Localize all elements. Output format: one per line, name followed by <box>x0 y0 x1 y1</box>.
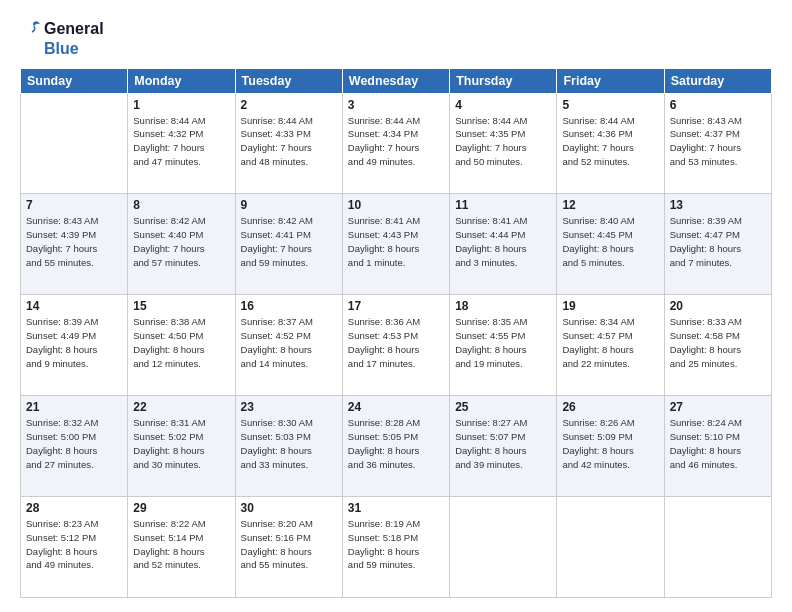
day-number: 27 <box>670 400 766 414</box>
day-number: 1 <box>133 98 229 112</box>
day-info: Sunrise: 8:40 AM Sunset: 4:45 PM Dayligh… <box>562 214 658 269</box>
day-info: Sunrise: 8:44 AM Sunset: 4:32 PM Dayligh… <box>133 114 229 169</box>
header: General Blue <box>20 18 772 58</box>
day-number: 4 <box>455 98 551 112</box>
day-number: 23 <box>241 400 337 414</box>
calendar-table: SundayMondayTuesdayWednesdayThursdayFrid… <box>20 68 772 598</box>
day-info: Sunrise: 8:42 AM Sunset: 4:40 PM Dayligh… <box>133 214 229 269</box>
day-number: 31 <box>348 501 444 515</box>
logo-bird-icon <box>20 18 42 40</box>
calendar-cell: 15Sunrise: 8:38 AM Sunset: 4:50 PM Dayli… <box>128 295 235 396</box>
day-number: 7 <box>26 198 122 212</box>
day-info: Sunrise: 8:34 AM Sunset: 4:57 PM Dayligh… <box>562 315 658 370</box>
calendar-cell: 10Sunrise: 8:41 AM Sunset: 4:43 PM Dayli… <box>342 194 449 295</box>
day-number: 20 <box>670 299 766 313</box>
logo: General Blue <box>20 18 104 58</box>
calendar-cell: 21Sunrise: 8:32 AM Sunset: 5:00 PM Dayli… <box>21 396 128 497</box>
calendar-cell: 1Sunrise: 8:44 AM Sunset: 4:32 PM Daylig… <box>128 93 235 194</box>
calendar-cell: 24Sunrise: 8:28 AM Sunset: 5:05 PM Dayli… <box>342 396 449 497</box>
day-info: Sunrise: 8:41 AM Sunset: 4:44 PM Dayligh… <box>455 214 551 269</box>
day-info: Sunrise: 8:39 AM Sunset: 4:49 PM Dayligh… <box>26 315 122 370</box>
calendar-cell: 16Sunrise: 8:37 AM Sunset: 4:52 PM Dayli… <box>235 295 342 396</box>
calendar-cell: 4Sunrise: 8:44 AM Sunset: 4:35 PM Daylig… <box>450 93 557 194</box>
calendar-cell: 26Sunrise: 8:26 AM Sunset: 5:09 PM Dayli… <box>557 396 664 497</box>
day-info: Sunrise: 8:22 AM Sunset: 5:14 PM Dayligh… <box>133 517 229 572</box>
calendar-cell: 8Sunrise: 8:42 AM Sunset: 4:40 PM Daylig… <box>128 194 235 295</box>
day-number: 15 <box>133 299 229 313</box>
day-info: Sunrise: 8:33 AM Sunset: 4:58 PM Dayligh… <box>670 315 766 370</box>
header-day-monday: Monday <box>128 68 235 93</box>
day-number: 25 <box>455 400 551 414</box>
calendar-cell: 3Sunrise: 8:44 AM Sunset: 4:34 PM Daylig… <box>342 93 449 194</box>
week-row-4: 28Sunrise: 8:23 AM Sunset: 5:12 PM Dayli… <box>21 497 772 598</box>
day-number: 14 <box>26 299 122 313</box>
day-number: 24 <box>348 400 444 414</box>
day-info: Sunrise: 8:35 AM Sunset: 4:55 PM Dayligh… <box>455 315 551 370</box>
day-number: 12 <box>562 198 658 212</box>
day-number: 10 <box>348 198 444 212</box>
day-info: Sunrise: 8:26 AM Sunset: 5:09 PM Dayligh… <box>562 416 658 471</box>
calendar-cell: 11Sunrise: 8:41 AM Sunset: 4:44 PM Dayli… <box>450 194 557 295</box>
day-number: 5 <box>562 98 658 112</box>
day-number: 30 <box>241 501 337 515</box>
calendar-cell: 2Sunrise: 8:44 AM Sunset: 4:33 PM Daylig… <box>235 93 342 194</box>
day-number: 22 <box>133 400 229 414</box>
calendar-cell: 9Sunrise: 8:42 AM Sunset: 4:41 PM Daylig… <box>235 194 342 295</box>
day-info: Sunrise: 8:37 AM Sunset: 4:52 PM Dayligh… <box>241 315 337 370</box>
day-number: 6 <box>670 98 766 112</box>
calendar-cell: 17Sunrise: 8:36 AM Sunset: 4:53 PM Dayli… <box>342 295 449 396</box>
week-row-0: 1Sunrise: 8:44 AM Sunset: 4:32 PM Daylig… <box>21 93 772 194</box>
header-day-tuesday: Tuesday <box>235 68 342 93</box>
day-number: 18 <box>455 299 551 313</box>
day-number: 17 <box>348 299 444 313</box>
calendar-cell: 20Sunrise: 8:33 AM Sunset: 4:58 PM Dayli… <box>664 295 771 396</box>
calendar-cell: 12Sunrise: 8:40 AM Sunset: 4:45 PM Dayli… <box>557 194 664 295</box>
header-day-saturday: Saturday <box>664 68 771 93</box>
day-info: Sunrise: 8:38 AM Sunset: 4:50 PM Dayligh… <box>133 315 229 370</box>
day-info: Sunrise: 8:44 AM Sunset: 4:35 PM Dayligh… <box>455 114 551 169</box>
calendar-cell <box>664 497 771 598</box>
day-number: 26 <box>562 400 658 414</box>
calendar-cell: 22Sunrise: 8:31 AM Sunset: 5:02 PM Dayli… <box>128 396 235 497</box>
logo-text-block: General Blue <box>20 18 104 58</box>
calendar-cell: 31Sunrise: 8:19 AM Sunset: 5:18 PM Dayli… <box>342 497 449 598</box>
day-info: Sunrise: 8:43 AM Sunset: 4:37 PM Dayligh… <box>670 114 766 169</box>
header-day-friday: Friday <box>557 68 664 93</box>
day-info: Sunrise: 8:44 AM Sunset: 4:36 PM Dayligh… <box>562 114 658 169</box>
day-number: 11 <box>455 198 551 212</box>
header-day-sunday: Sunday <box>21 68 128 93</box>
day-info: Sunrise: 8:36 AM Sunset: 4:53 PM Dayligh… <box>348 315 444 370</box>
day-info: Sunrise: 8:43 AM Sunset: 4:39 PM Dayligh… <box>26 214 122 269</box>
day-info: Sunrise: 8:27 AM Sunset: 5:07 PM Dayligh… <box>455 416 551 471</box>
day-number: 29 <box>133 501 229 515</box>
day-number: 2 <box>241 98 337 112</box>
day-info: Sunrise: 8:41 AM Sunset: 4:43 PM Dayligh… <box>348 214 444 269</box>
calendar-cell: 23Sunrise: 8:30 AM Sunset: 5:03 PM Dayli… <box>235 396 342 497</box>
day-info: Sunrise: 8:30 AM Sunset: 5:03 PM Dayligh… <box>241 416 337 471</box>
calendar-cell: 7Sunrise: 8:43 AM Sunset: 4:39 PM Daylig… <box>21 194 128 295</box>
calendar-cell <box>450 497 557 598</box>
logo-general: General <box>44 20 104 38</box>
day-info: Sunrise: 8:19 AM Sunset: 5:18 PM Dayligh… <box>348 517 444 572</box>
day-number: 8 <box>133 198 229 212</box>
day-number: 28 <box>26 501 122 515</box>
day-info: Sunrise: 8:20 AM Sunset: 5:16 PM Dayligh… <box>241 517 337 572</box>
day-info: Sunrise: 8:42 AM Sunset: 4:41 PM Dayligh… <box>241 214 337 269</box>
day-info: Sunrise: 8:44 AM Sunset: 4:34 PM Dayligh… <box>348 114 444 169</box>
day-info: Sunrise: 8:32 AM Sunset: 5:00 PM Dayligh… <box>26 416 122 471</box>
day-info: Sunrise: 8:24 AM Sunset: 5:10 PM Dayligh… <box>670 416 766 471</box>
calendar-cell: 19Sunrise: 8:34 AM Sunset: 4:57 PM Dayli… <box>557 295 664 396</box>
day-info: Sunrise: 8:44 AM Sunset: 4:33 PM Dayligh… <box>241 114 337 169</box>
day-number: 9 <box>241 198 337 212</box>
day-number: 19 <box>562 299 658 313</box>
day-number: 13 <box>670 198 766 212</box>
logo-blue: Blue <box>44 40 79 58</box>
page: General Blue SundayMondayTuesdayWednesda… <box>0 0 792 612</box>
calendar-cell <box>557 497 664 598</box>
calendar-cell: 5Sunrise: 8:44 AM Sunset: 4:36 PM Daylig… <box>557 93 664 194</box>
calendar-cell: 6Sunrise: 8:43 AM Sunset: 4:37 PM Daylig… <box>664 93 771 194</box>
calendar-cell: 28Sunrise: 8:23 AM Sunset: 5:12 PM Dayli… <box>21 497 128 598</box>
calendar-cell: 25Sunrise: 8:27 AM Sunset: 5:07 PM Dayli… <box>450 396 557 497</box>
calendar-cell: 30Sunrise: 8:20 AM Sunset: 5:16 PM Dayli… <box>235 497 342 598</box>
day-number: 21 <box>26 400 122 414</box>
